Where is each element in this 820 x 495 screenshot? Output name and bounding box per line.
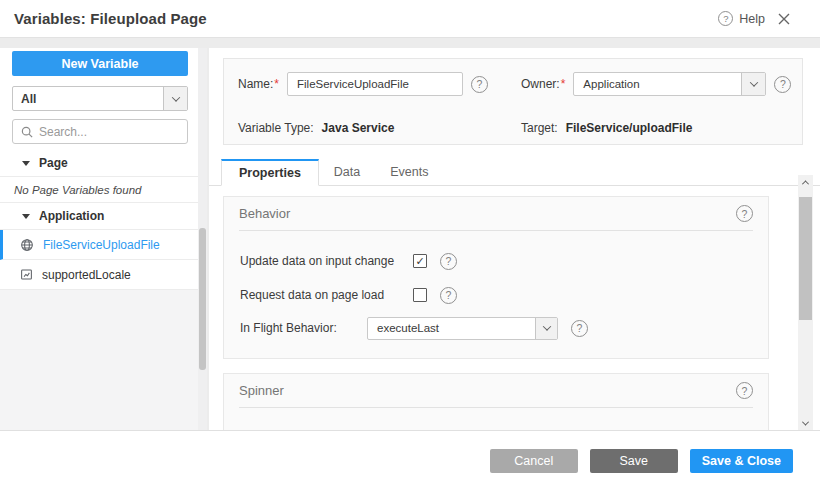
tab-data[interactable]: Data (319, 158, 375, 185)
request-data-on-page-load-row: Request data on page load ✓ ? (240, 283, 752, 307)
in-flight-behavior-value: executeLast (368, 318, 535, 339)
divider (239, 230, 753, 231)
variable-type-label: Variable Type: (238, 121, 314, 135)
name-label: Name:* (238, 77, 279, 91)
variable-search-box (12, 119, 188, 144)
variable-type-value: Java Service (322, 121, 395, 135)
dialog-footer: Cancel Save Save & Close (0, 430, 820, 495)
request-data-on-page-load-label: Request data on page load (240, 288, 413, 302)
variable-summary-box: Name:* ? Owner:* Application ? Variable … (223, 58, 803, 145)
variable-filter-select[interactable]: All (12, 86, 188, 111)
dialog-titlebar: Variables: Fileupload Page ? Help (0, 0, 820, 38)
update-data-on-input-change-checkbox[interactable]: ✓ (413, 254, 427, 268)
detail-tabbar: Properties Data Events (209, 158, 820, 186)
behavior-section-header: Behavior ? (224, 197, 768, 230)
help-button[interactable]: ? Help (718, 11, 765, 26)
search-icon (21, 126, 33, 138)
model-variable-icon (20, 268, 33, 281)
chevron-down-icon (535, 318, 557, 339)
update-data-help-icon[interactable]: ? (440, 253, 457, 270)
variable-detail-panel: Name:* ? Owner:* Application ? Variable … (209, 48, 820, 430)
new-variable-button[interactable]: New Variable (12, 51, 188, 76)
owner-label: Owner:* (521, 77, 565, 91)
required-asterisk: * (561, 77, 566, 91)
page-variables-empty-message: No Page Variables found (0, 177, 198, 203)
name-field-group: Name:* ? (238, 72, 488, 96)
in-flight-behavior-label: In Flight Behavior: (240, 321, 367, 335)
tab-events[interactable]: Events (375, 158, 443, 185)
required-asterisk: * (274, 77, 279, 91)
spinner-section-header: Spinner ? (224, 374, 768, 407)
sidebar-filler (0, 290, 198, 430)
spinner-help-icon[interactable]: ? (736, 382, 753, 399)
sidebar-scrollbar[interactable] (198, 48, 207, 430)
variables-sidebar: New Variable All Page No Page Variables … (0, 48, 198, 430)
footer-buttons: Cancel Save Save & Close (490, 449, 793, 473)
sidebar-item-supportedlocale[interactable]: supportedLocale (0, 260, 198, 290)
request-data-help-icon[interactable]: ? (440, 287, 457, 304)
help-icon: ? (718, 11, 733, 26)
update-data-on-input-change-label: Update data on input change (240, 254, 413, 268)
page-title: Variables: Fileupload Page (14, 10, 207, 27)
behavior-section-title: Behavior (239, 206, 290, 221)
request-data-on-page-load-checkbox[interactable]: ✓ (413, 288, 427, 302)
behavior-help-icon[interactable]: ? (736, 205, 753, 222)
tab-properties[interactable]: Properties (221, 159, 319, 186)
scroll-up-icon[interactable] (798, 175, 813, 189)
target-label: Target: (521, 121, 558, 135)
target-value: FileService/uploadFile (566, 121, 693, 135)
owner-field-group: Owner:* Application ? (521, 72, 791, 96)
search-input[interactable] (39, 125, 194, 139)
java-service-variable-icon (20, 238, 34, 252)
chevron-down-icon (741, 73, 765, 95)
section-page-label: Page (39, 156, 68, 170)
target-group: Target: FileService/uploadFile (521, 116, 692, 140)
spinner-section-title: Spinner (239, 383, 284, 398)
name-help-icon[interactable]: ? (471, 76, 488, 93)
collapse-triangle-icon (22, 161, 30, 166)
update-data-on-input-change-row: Update data on input change ✓ ? (240, 249, 752, 273)
close-icon[interactable] (778, 13, 790, 25)
owner-select[interactable]: Application (573, 72, 766, 96)
sidebar-section-page[interactable]: Page (0, 150, 198, 177)
cancel-button[interactable]: Cancel (490, 449, 578, 473)
save-and-close-button[interactable]: Save & Close (690, 449, 793, 473)
help-label: Help (739, 12, 765, 26)
variable-item-label: FileServiceUploadFile (43, 238, 160, 252)
variable-type-group: Variable Type: Java Service (238, 116, 394, 140)
owner-help-icon[interactable]: ? (774, 76, 791, 93)
section-application-label: Application (39, 209, 104, 223)
scroll-down-icon[interactable] (798, 416, 813, 430)
sidebar-scrollbar-thumb[interactable] (199, 228, 206, 370)
sidebar-item-fileserviceuploadfile[interactable]: FileServiceUploadFile (0, 230, 198, 260)
properties-scrollbar-thumb[interactable] (799, 197, 812, 320)
collapse-triangle-icon (22, 214, 30, 219)
variable-filter-value: All (13, 87, 163, 110)
variable-item-label: supportedLocale (42, 268, 131, 282)
chevron-down-icon (163, 87, 187, 110)
behavior-section: Behavior ? Update data on input change ✓… (223, 196, 769, 359)
titlebar-actions: ? Help (718, 11, 790, 26)
properties-scrollbar[interactable] (798, 175, 813, 430)
in-flight-behavior-row: In Flight Behavior: executeLast ? (240, 316, 752, 340)
in-flight-help-icon[interactable]: ? (571, 320, 588, 337)
owner-select-value: Application (574, 73, 741, 95)
sidebar-controls: New Variable All (0, 48, 198, 144)
spinner-section: Spinner ? (223, 373, 769, 430)
in-flight-behavior-select[interactable]: executeLast (367, 317, 558, 340)
divider (239, 407, 753, 408)
sidebar-section-application[interactable]: Application (0, 203, 198, 230)
name-input[interactable] (287, 72, 463, 96)
save-button[interactable]: Save (590, 449, 678, 473)
